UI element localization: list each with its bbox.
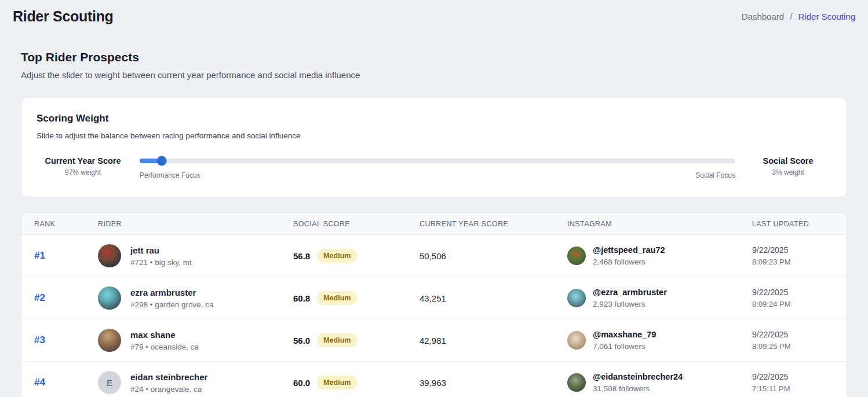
table-row[interactable]: #1 jett rau #721 • big sky, mt 56.8 Medi… <box>21 235 847 277</box>
last-updated-time: 8:09:23 PM <box>752 258 834 266</box>
table-row[interactable]: #2 ezra armbruster #298 • garden grove, … <box>21 277 847 319</box>
instagram-info: @eidansteinbrecher24 31,508 followers <box>593 372 683 393</box>
instagram-cell: @maxshane_79 7,061 followers <box>567 330 752 351</box>
breadcrumb-dashboard-link[interactable]: Dashboard <box>742 12 784 21</box>
social-score-cell: 56.8 Medium <box>293 249 420 263</box>
rider-avatar <box>98 286 121 310</box>
current-year-score-label-block: Current Year Score 97% weight <box>37 156 129 177</box>
last-updated-date: 9/22/2025 <box>752 330 834 339</box>
instagram-followers: 2,468 followers <box>593 258 665 266</box>
instagram-handle[interactable]: @jettspeed_rau72 <box>593 245 665 255</box>
rank-value: #4 <box>34 377 98 388</box>
last-updated-date: 9/22/2025 <box>752 245 834 255</box>
performance-focus-label: Performance Focus <box>140 171 200 179</box>
instagram-handle[interactable]: @eidansteinbrecher24 <box>593 372 683 381</box>
scoring-slider-row: Current Year Score 97% weight Performanc… <box>37 156 831 179</box>
social-score-badge: Medium <box>317 333 357 347</box>
header-last-updated: Last Updated <box>752 220 834 228</box>
header-social-score: Social Score <box>293 220 420 228</box>
rider-info: eidan steinbrecher #24 • orangevale, ca <box>130 372 207 394</box>
topbar: Rider Scouting Dashboard / Rider Scoutin… <box>0 0 868 31</box>
last-updated-cell: 9/22/2025 7:15:11 PM <box>752 372 834 393</box>
slider-middle: Performance Focus Social Focus <box>129 156 745 179</box>
instagram-cell: @ezra_armbruster 2,923 followers <box>567 288 752 308</box>
page-title: Rider Scouting <box>13 8 114 25</box>
scoring-weight-subtitle: Slide to adjust the balance between raci… <box>37 131 831 140</box>
social-score-badge: Medium <box>317 291 357 305</box>
last-updated-date: 9/22/2025 <box>752 288 834 297</box>
rider-cell: jett rau #721 • big sky, mt <box>98 244 293 267</box>
instagram-cell: @jettspeed_rau72 2,468 followers <box>567 245 752 266</box>
header-current-year-score: Current Year Score <box>420 220 567 228</box>
instagram-avatar <box>567 373 586 392</box>
rank-value: #3 <box>34 334 98 346</box>
instagram-handle[interactable]: @maxshane_79 <box>593 330 656 339</box>
current-year-score-value: 39,963 <box>420 378 567 388</box>
instagram-info: @ezra_armbruster 2,923 followers <box>593 288 667 308</box>
scoring-weight-title: Scoring Weight <box>37 113 831 124</box>
rider-info: max shane #79 • oceanside, ca <box>130 330 199 351</box>
social-score-label: Social Score <box>745 156 831 166</box>
rank-value: #2 <box>34 292 98 304</box>
last-updated-time: 8:09:24 PM <box>752 300 834 308</box>
slider-track[interactable] <box>140 159 735 163</box>
rider-info: ezra armbruster #298 • garden grove, ca <box>130 288 214 309</box>
breadcrumb-separator: / <box>790 12 792 21</box>
section-title: Top Rider Prospects <box>21 50 847 64</box>
rider-name: max shane <box>130 330 199 340</box>
instagram-avatar <box>567 247 586 265</box>
social-score-label-block: Social Score 3% weight <box>745 156 831 177</box>
table-row[interactable]: #4 E eidan steinbrecher #24 • orangevale… <box>21 362 847 397</box>
instagram-handle[interactable]: @ezra_armbruster <box>593 288 667 297</box>
rider-info: jett rau #721 • big sky, mt <box>130 245 192 267</box>
rider-cell: ezra armbruster #298 • garden grove, ca <box>98 286 293 310</box>
current-year-score-value: 42,981 <box>420 336 567 345</box>
rider-cell: E eidan steinbrecher #24 • orangevale, c… <box>98 371 293 394</box>
social-score-cell: 60.0 Medium <box>293 376 420 389</box>
instagram-cell: @eidansteinbrecher24 31,508 followers <box>567 372 752 393</box>
header-rider: Rider <box>98 220 293 228</box>
scoring-weight-slider[interactable] <box>140 156 735 166</box>
last-updated-time: 8:09:25 PM <box>752 342 834 351</box>
instagram-info: @jettspeed_rau72 2,468 followers <box>593 245 665 266</box>
last-updated-cell: 9/22/2025 8:09:25 PM <box>752 330 834 351</box>
rider-detail: #298 • garden grove, ca <box>130 300 214 309</box>
rank-value: #1 <box>34 250 98 262</box>
table-header-row: Rank Rider Social Score Current Year Sco… <box>21 213 847 235</box>
rider-avatar <box>98 244 121 267</box>
current-year-score-value: 43,251 <box>420 293 567 303</box>
last-updated-cell: 9/22/2025 8:09:24 PM <box>752 288 834 308</box>
last-updated-time: 7:15:11 PM <box>752 384 834 393</box>
rider-detail: #721 • big sky, mt <box>130 258 192 267</box>
social-score-cell: 56.0 Medium <box>293 333 420 347</box>
social-score-value: 56.0 <box>293 336 310 345</box>
rider-name: jett rau <box>130 245 192 255</box>
rider-name: ezra armbruster <box>130 288 214 297</box>
instagram-info: @maxshane_79 7,061 followers <box>593 330 656 351</box>
current-year-score-weight: 97% weight <box>37 168 129 177</box>
social-score-weight: 3% weight <box>745 168 831 177</box>
social-score-value: 60.0 <box>293 378 310 388</box>
instagram-followers: 7,061 followers <box>593 342 656 351</box>
social-score-value: 56.8 <box>293 251 310 261</box>
social-score-badge: Medium <box>317 249 357 263</box>
instagram-followers: 2,923 followers <box>593 300 667 308</box>
social-score-badge: Medium <box>317 376 357 389</box>
rider-avatar <box>98 329 121 352</box>
social-score-cell: 60.8 Medium <box>293 291 420 305</box>
instagram-avatar <box>567 289 586 307</box>
main-content: Top Rider Prospects Adjust the slider to… <box>0 50 868 397</box>
social-focus-label: Social Focus <box>695 171 735 179</box>
slider-thumb[interactable] <box>157 156 167 166</box>
breadcrumb-current-link[interactable]: Rider Scouting <box>798 12 855 21</box>
social-score-value: 60.8 <box>293 293 310 303</box>
instagram-followers: 31,508 followers <box>593 384 683 393</box>
table-row[interactable]: #3 max shane #79 • oceanside, ca 56.0 Me… <box>21 319 847 362</box>
header-instagram: Instagram <box>567 220 752 228</box>
current-year-score-value: 50,506 <box>420 251 567 261</box>
header-rank: Rank <box>34 220 98 228</box>
rider-detail: #24 • orangevale, ca <box>130 385 207 394</box>
rider-name: eidan steinbrecher <box>130 372 207 382</box>
current-year-score-label: Current Year Score <box>37 156 129 166</box>
last-updated-cell: 9/22/2025 8:09:23 PM <box>752 245 834 266</box>
